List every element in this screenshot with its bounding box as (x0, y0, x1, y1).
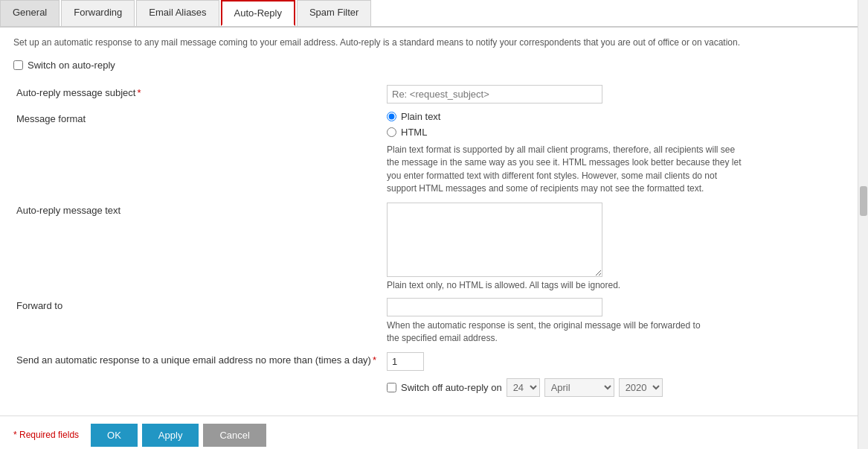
plain-text-radio[interactable] (387, 112, 396, 121)
message-text-input[interactable] (387, 203, 602, 277)
forward-to-label: Forward to (13, 294, 384, 348)
message-text-control: Plain text only, no HTML is allowed. All… (384, 199, 855, 294)
plain-text-label[interactable]: Plain text (401, 111, 440, 122)
required-fields-note: * Required fields (13, 430, 79, 440)
forward-to-control: When the automatic response is sent, the… (384, 294, 855, 348)
tab-forwarding[interactable]: Forwarding (61, 0, 135, 26)
times-row: Send an automatic response to a unique e… (13, 348, 855, 375)
scrollbar-thumb[interactable] (860, 186, 867, 216)
ok-button[interactable]: OK (91, 424, 138, 447)
content-area: Set up an automatic response to any mail… (0, 28, 868, 408)
times-control (384, 348, 855, 375)
apply-button[interactable]: Apply (142, 424, 199, 447)
subject-label: Auto-reply message subject* (13, 81, 384, 107)
page-description: Set up an automatic response to any mail… (13, 36, 855, 49)
cancel-button[interactable]: Cancel (203, 424, 266, 447)
subject-control (384, 81, 855, 107)
switch-on-row: Switch on auto-reply (13, 60, 855, 71)
message-text-label: Auto-reply message text (13, 199, 384, 294)
format-control: Plain text HTML Plain text format is sup… (384, 107, 855, 200)
forward-to-row: Forward to When the automatic response i… (13, 294, 855, 348)
switch-off-date-row: Switch off auto-reply on 24 January Febr… (387, 378, 852, 397)
year-select[interactable]: 2018 2019 2020 2021 2022 (619, 378, 663, 397)
tabs: General Forwarding Email Aliases Auto-Re… (0, 0, 868, 28)
times-input[interactable] (387, 352, 424, 371)
month-select[interactable]: January February March April May June Ju… (544, 378, 614, 397)
switch-off-row: Switch off auto-reply on 24 January Febr… (13, 375, 855, 401)
html-label[interactable]: HTML (401, 127, 427, 138)
footer: * Required fields OK Apply Cancel (0, 415, 868, 449)
switch-off-checkbox[interactable] (387, 383, 396, 392)
tab-spam-filter[interactable]: Spam Filter (297, 0, 371, 26)
subject-input[interactable] (387, 85, 602, 104)
switch-on-checkbox[interactable] (13, 60, 23, 70)
tab-auto-reply[interactable]: Auto-Reply (221, 0, 295, 26)
subject-row: Auto-reply message subject* (13, 81, 855, 107)
switch-off-control: Switch off auto-reply on 24 January Febr… (384, 375, 855, 401)
forward-to-input[interactable] (387, 298, 602, 316)
scrollbar[interactable] (858, 0, 868, 449)
html-row: HTML (387, 127, 852, 138)
day-select[interactable]: 24 (507, 378, 540, 397)
format-row: Message format Plain text HTML Plain tex… (13, 107, 855, 200)
message-text-row: Auto-reply message text Plain text only,… (13, 199, 855, 294)
times-label: Send an automatic response to a unique e… (13, 348, 384, 375)
switch-off-label[interactable]: Switch off auto-reply on (401, 382, 502, 393)
forward-note: When the automatic response is sent, the… (387, 319, 714, 345)
times-required-star: * (373, 354, 376, 366)
format-description: Plain text format is supported by all ma… (387, 144, 744, 196)
plain-text-row: Plain text (387, 111, 852, 122)
switch-on-label[interactable]: Switch on auto-reply (28, 60, 115, 71)
form-table: Auto-reply message subject* Message form… (13, 81, 855, 401)
plain-note: Plain text only, no HTML is allowed. All… (387, 280, 852, 290)
html-radio[interactable] (387, 127, 396, 137)
subject-required-star: * (137, 87, 141, 98)
tab-general[interactable]: General (0, 0, 60, 26)
tab-email-aliases[interactable]: Email Aliases (136, 0, 219, 26)
format-label: Message format (13, 107, 384, 200)
